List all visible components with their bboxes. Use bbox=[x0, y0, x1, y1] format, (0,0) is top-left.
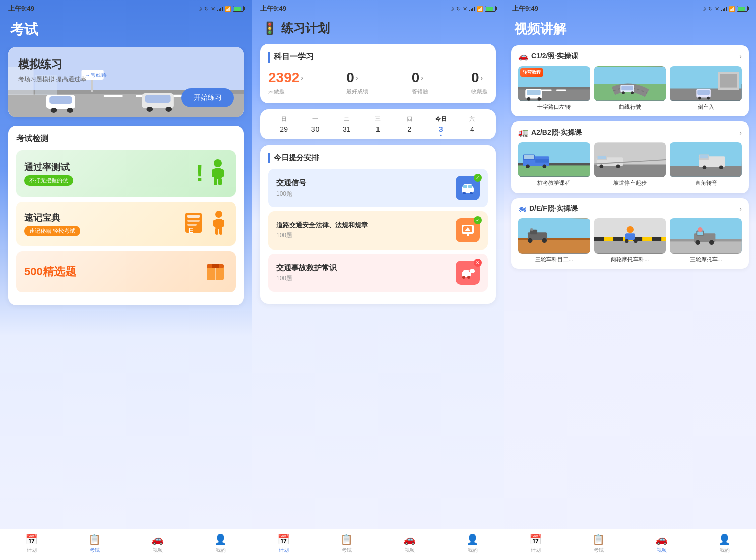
svg-rect-121 bbox=[670, 240, 742, 253]
cal-day-1[interactable]: 一 30 bbox=[299, 115, 331, 133]
video-thumb-1-1[interactable]: 坡道停车起步 bbox=[594, 142, 666, 186]
video-thumb-1-2[interactable]: 直角转弯 bbox=[670, 142, 742, 186]
road-scene-2 bbox=[670, 66, 742, 101]
wifi-icon-3: 📶 bbox=[729, 6, 735, 12]
cal-day-6[interactable]: 六 4 bbox=[457, 115, 488, 133]
x-badge-2: ✕ bbox=[474, 259, 482, 267]
detection-card-pass[interactable]: 通过率测试 不打无把握的仗 ! bbox=[16, 150, 236, 197]
video-icon-1: 🚗 bbox=[151, 533, 164, 545]
svg-rect-113 bbox=[613, 237, 623, 241]
status-bar-3: 上午9:49 ☽ ↻ ✕ 📶 bbox=[504, 0, 756, 15]
wifi-icon-2: 📶 bbox=[477, 6, 483, 12]
schedule-icon-2: ✕ bbox=[456, 261, 480, 285]
practice-subtitle: 考场习题模拟 提高通过率 bbox=[18, 75, 234, 84]
svg-rect-87 bbox=[594, 165, 666, 177]
cal-day-today[interactable]: 今日 3 bbox=[425, 115, 456, 133]
card-text-3: 500精选题 bbox=[24, 264, 76, 279]
detection-card-memo[interactable]: 速记宝典 速记秘籍 轻松考试 E bbox=[16, 202, 236, 246]
video-title: 视频讲解 bbox=[514, 20, 746, 38]
moto-scene-2 bbox=[670, 218, 742, 254]
video-thumb-2-0[interactable]: 三轮车科目二... bbox=[518, 218, 590, 263]
cal-day-4[interactable]: 四 2 bbox=[394, 115, 425, 133]
schedule-text-0: 交通信号 100题 bbox=[276, 178, 306, 198]
video-thumbs-0: 转弯教程 十字路口左转 bbox=[518, 66, 742, 110]
schedule-card: 今日提分安排 交通信号 100题 ✓ bbox=[260, 145, 496, 304]
nav-my-2[interactable]: 👤 我的 bbox=[441, 533, 504, 554]
chevron-right-1[interactable]: › bbox=[739, 129, 742, 137]
cal-day-0[interactable]: 日 29 bbox=[268, 115, 299, 133]
cat-header-0: 🚗 C1/2/照·实操课 › bbox=[518, 51, 742, 61]
schedule-text-2: 交通事故救护常识 100题 bbox=[276, 263, 337, 283]
schedule-item-1[interactable]: 道路交通安全法律、法规和规章 100题 ✓ bbox=[268, 211, 488, 250]
video-thumb-1-0[interactable]: 桩考教学课程 bbox=[518, 142, 590, 186]
practice-banner[interactable]: →号线路 模拟练习 考场习题模拟 提高通过率 开始练习 bbox=[8, 47, 244, 117]
svg-point-19 bbox=[214, 159, 222, 167]
svg-rect-33 bbox=[221, 220, 224, 227]
refresh-icon: ↻ bbox=[204, 6, 209, 12]
nav-plan-2[interactable]: 📅 计划 bbox=[252, 533, 315, 554]
my-icon-2: 👤 bbox=[466, 533, 479, 545]
svg-point-126 bbox=[696, 240, 701, 245]
chevron-1: › bbox=[356, 74, 358, 82]
start-practice-button[interactable]: 开始练习 bbox=[181, 88, 234, 107]
exclamation-icon: ! bbox=[196, 161, 204, 185]
nav-plan-3[interactable]: 📅 计划 bbox=[504, 533, 567, 554]
stat-label-2: 答错题 bbox=[412, 88, 428, 95]
svg-point-30 bbox=[215, 211, 222, 218]
nav-video-1[interactable]: 🚗 视频 bbox=[126, 533, 189, 554]
svg-point-91 bbox=[599, 165, 603, 169]
svg-rect-50 bbox=[463, 270, 469, 274]
svg-rect-32 bbox=[213, 220, 217, 227]
time-2: 上午9:49 bbox=[260, 4, 286, 13]
cat-header-2: 🏍 D/E/F照·实操课 › bbox=[518, 204, 742, 213]
exam-icon-1: 📋 bbox=[88, 533, 101, 545]
svg-rect-98 bbox=[700, 155, 708, 159]
bottom-nav-3: 📅 计划 📋 考试 🚗 视频 👤 我的 bbox=[504, 529, 756, 560]
video-thumb-0-2[interactable]: 倒车入 bbox=[670, 66, 742, 110]
video-thumb-2-2[interactable]: 三轮摩托车... bbox=[670, 218, 742, 263]
plan-icon-3: 📅 bbox=[529, 533, 542, 545]
svg-point-51 bbox=[462, 276, 465, 279]
detection-card-500[interactable]: 500精选题 bbox=[16, 251, 236, 292]
thumb-img-2-2 bbox=[670, 218, 742, 254]
nav-my-1[interactable]: 👤 我的 bbox=[189, 533, 252, 554]
exam-content: →号线路 模拟练习 考场习题模拟 提高通过率 开始练习 考试检测 通过率测试 不… bbox=[0, 47, 252, 529]
svg-rect-125 bbox=[698, 231, 703, 235]
practice-title: 模拟练习 bbox=[18, 57, 234, 72]
nav-my-3[interactable]: 👤 我的 bbox=[693, 533, 756, 554]
nav-exam-3[interactable]: 📋 考试 bbox=[567, 533, 630, 554]
nav-exam-2[interactable]: 📋 考试 bbox=[315, 533, 378, 554]
stat-undone[interactable]: 2392 › 未做题 bbox=[268, 70, 303, 95]
nav-plan-1[interactable]: 📅 计划 bbox=[0, 533, 63, 554]
wifi-icon: 📶 bbox=[225, 6, 231, 12]
stat-fav[interactable]: 0 › 收藏题 bbox=[471, 70, 488, 95]
moto-cat-icon: 🏍 bbox=[518, 204, 526, 213]
nav-video-3[interactable]: 🚗 视频 bbox=[630, 533, 693, 554]
thumb-label-0-0: 十字路口左转 bbox=[518, 103, 590, 110]
cal-day-3[interactable]: 三 1 bbox=[362, 115, 394, 133]
stat-best[interactable]: 0 › 最好成绩 bbox=[346, 70, 368, 95]
svg-point-107 bbox=[542, 238, 547, 243]
status-icons-2: ☽ ↻ ✕ 📶 bbox=[449, 6, 496, 12]
svg-rect-11 bbox=[145, 95, 171, 103]
svg-rect-27 bbox=[187, 220, 200, 222]
video-thumb-0-1[interactable]: 曲线行驶 bbox=[594, 66, 666, 110]
nav-exam-1[interactable]: 📋 考试 bbox=[63, 533, 126, 554]
nav-video-2[interactable]: 🚗 视频 bbox=[378, 533, 441, 554]
thumb-label-2-0: 三轮车科目二... bbox=[518, 256, 590, 263]
thumb-label-0-1: 曲线行驶 bbox=[594, 103, 666, 110]
video-thumb-0-0[interactable]: 转弯教程 十字路口左转 bbox=[518, 66, 590, 110]
chevron-right-2[interactable]: › bbox=[739, 205, 742, 213]
svg-point-92 bbox=[616, 165, 620, 169]
stat-wrong[interactable]: 0 › 答错题 bbox=[412, 70, 428, 95]
calendar-card: 日 29 一 30 二 31 三 1 四 2 bbox=[260, 109, 496, 139]
moon-icon: ☽ bbox=[197, 6, 202, 12]
schedule-item-2[interactable]: 交通事故救护常识 100题 ✕ bbox=[268, 254, 488, 292]
svg-rect-110 bbox=[594, 240, 666, 253]
card-subtitle-1: 不打无把握的仗 bbox=[24, 175, 73, 186]
video-thumb-2-1[interactable]: 两轮摩托车科... bbox=[594, 218, 666, 263]
chevron-2: › bbox=[421, 74, 423, 82]
cal-day-2[interactable]: 二 31 bbox=[331, 115, 362, 133]
chevron-right-0[interactable]: › bbox=[739, 52, 742, 60]
schedule-item-0[interactable]: 交通信号 100题 ✓ bbox=[268, 169, 488, 207]
